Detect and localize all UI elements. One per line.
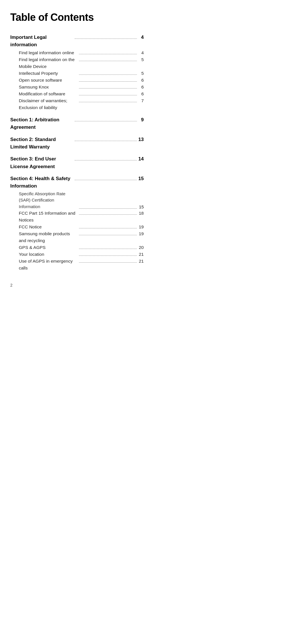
toc-label: Section 1: Arbitration Agreement [10,116,74,131]
toc-page: 5 [138,56,144,63]
toc-label: Use of AGPS in emergency calls [19,258,78,271]
toc-dots [75,141,137,141]
toc-dots [79,214,137,215]
toc-label: Section 3: End User License Agreement [10,155,74,170]
toc-entry-samsung-knox[interactable]: Samsung Knox 6 [10,84,144,90]
toc-page: 6 [138,90,144,97]
toc-label: FCC Notice [19,224,78,230]
page-number: 2 [10,283,144,287]
toc-dots [79,54,137,54]
toc-entry-section2[interactable]: Section 2: Standard Limited Warranty 13 [10,136,144,151]
toc-container: Important Legal information 4 Find legal… [10,34,144,271]
toc-entry-agps-emergency[interactable]: Use of AGPS in emergency calls 21 [10,258,144,271]
toc-label: Section 2: Standard Limited Warranty [10,136,74,151]
toc-label: Specific Absorption Rate (SAR) Certifica… [19,191,78,210]
toc-dots [75,39,137,39]
toc-page: 13 [138,136,144,143]
toc-dots [75,121,137,121]
toc-page: 19 [138,224,144,230]
toc-label: Disclaimer of warranties; Exclusion of l… [19,97,78,111]
toc-page: 15 [138,175,144,182]
toc-entry-important-legal[interactable]: Important Legal information 4 [10,34,144,49]
toc-dots [75,160,137,160]
toc-page: 4 [138,34,144,41]
toc-label: Samsung Knox [19,84,78,90]
toc-entry-find-legal-online[interactable]: Find legal information online 4 [10,49,144,56]
toc-page: 7 [138,97,144,104]
toc-entry-samsung-recycling[interactable]: Samsung mobile products and recycling 19 [10,230,144,244]
toc-label: Open source software [19,77,78,84]
toc-label: Modification of software [19,90,78,97]
toc-label: Intellectual Property [19,70,78,77]
toc-label: Important Legal information [10,34,74,49]
toc-label: Find legal information on the Mobile Dev… [19,56,78,70]
toc-label: FCC Part 15 Information and Notices [19,210,78,224]
toc-dots [79,102,137,102]
toc-page: 5 [138,70,144,77]
toc-entry-section3[interactable]: Section 3: End User License Agreement 14 [10,155,144,170]
toc-label: Your location [19,251,78,258]
toc-page: 21 [138,258,144,265]
toc-entry-your-location[interactable]: Your location 21 [10,251,144,258]
toc-page: 14 [138,155,144,163]
toc-entry-modification-software[interactable]: Modification of software 6 [10,90,144,97]
toc-dots [79,208,137,209]
toc-page: 6 [138,84,144,90]
toc-dots [79,61,137,61]
toc-page: 21 [138,251,144,258]
toc-page: 19 [138,230,144,237]
toc-entry-section4[interactable]: Section 4: Health & Safety Information 1… [10,175,144,190]
toc-dots [79,228,137,228]
toc-page: 20 [138,244,144,251]
toc-label: Find legal information online [19,49,78,56]
page-title: Table of Contents [10,11,144,23]
toc-entry-sar[interactable]: Specific Absorption Rate (SAR) Certifica… [10,191,144,210]
toc-entry-fcc-notice[interactable]: FCC Notice 19 [10,224,144,230]
toc-dots [79,255,137,256]
toc-entry-fcc-part15[interactable]: FCC Part 15 Information and Notices 18 [10,210,144,224]
toc-dots [79,81,137,82]
toc-page: 4 [138,49,144,56]
toc-label: Section 4: Health & Safety Information [10,175,74,190]
toc-dots [79,75,137,75]
toc-dots [79,262,137,263]
toc-dots [79,88,137,88]
toc-dots [79,95,137,95]
toc-entry-open-source[interactable]: Open source software 6 [10,77,144,84]
toc-entry-gps-agps[interactable]: GPS & AGPS 20 [10,244,144,251]
toc-page: 15 [138,204,144,210]
toc-entry-find-legal-mobile[interactable]: Find legal information on the Mobile Dev… [10,56,144,70]
toc-label: Samsung mobile products and recycling [19,230,78,244]
toc-dots [79,235,137,235]
toc-entry-section1[interactable]: Section 1: Arbitration Agreement 9 [10,116,144,131]
toc-dots [79,249,137,249]
toc-page: 6 [138,77,144,84]
toc-dots [75,180,137,180]
toc-page: 18 [138,210,144,217]
toc-label: GPS & AGPS [19,244,78,251]
toc-page: 9 [138,116,144,124]
toc-entry-disclaimer[interactable]: Disclaimer of warranties; Exclusion of l… [10,97,144,111]
toc-entry-intellectual-property[interactable]: Intellectual Property 5 [10,70,144,77]
